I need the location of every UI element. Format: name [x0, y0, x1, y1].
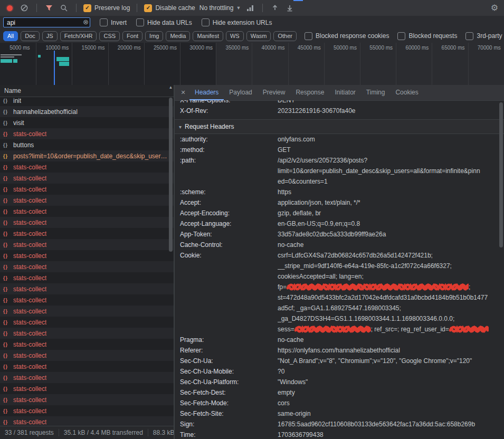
- type-filter-wasm[interactable]: Wasm: [246, 31, 271, 41]
- request-row[interactable]: {}stats-collect: [0, 228, 174, 239]
- type-filter-manifest[interactable]: Manifest: [193, 31, 223, 41]
- export-har-button[interactable]: [284, 3, 295, 13]
- request-row[interactable]: {}stats-collect: [0, 250, 174, 261]
- scroll-up-icon[interactable]: ▲: [168, 85, 174, 90]
- hide-data-urls-checkbox[interactable]: Hide data URLs: [136, 18, 192, 26]
- filter-funnel-icon: [45, 5, 53, 12]
- request-row[interactable]: {}stats-collect: [0, 173, 174, 184]
- type-filter-all[interactable]: All: [3, 31, 18, 41]
- tab-preview[interactable]: Preview: [258, 85, 291, 100]
- request-row[interactable]: {}stats-collect: [0, 272, 174, 283]
- type-filter-css[interactable]: CSS: [99, 31, 120, 41]
- preserve-log-checkbox[interactable]: ✓ Preserve log: [83, 4, 130, 12]
- disable-cache-checkbox[interactable]: ✓ Disable cache: [144, 4, 195, 12]
- request-row[interactable]: {}stats-collect: [0, 261, 174, 272]
- blocked-requests-checkbox[interactable]: Blocked requests: [397, 32, 457, 40]
- request-name: stats-collect: [13, 374, 46, 381]
- request-row[interactable]: {}stats-collect: [0, 339, 174, 350]
- details-scrollbar[interactable]: [498, 100, 504, 439]
- header-value: cors: [278, 398, 504, 408]
- tab-response[interactable]: Response: [290, 85, 329, 100]
- request-name: stats-collect: [13, 352, 46, 359]
- tab-initiator[interactable]: Initiator: [329, 85, 360, 100]
- blocked-response-cookies-checkbox[interactable]: Blocked response cookies: [305, 32, 389, 40]
- type-filter-js[interactable]: JS: [42, 31, 58, 41]
- request-row[interactable]: {}stats-collect: [0, 128, 174, 139]
- redaction-scribble: [287, 283, 469, 291]
- request-row[interactable]: {}stats-collect: [0, 328, 174, 339]
- request-row[interactable]: {}posts?limit=10&order=publish_date_desc…: [0, 150, 174, 161]
- tab-payload[interactable]: Payload: [224, 85, 257, 100]
- import-har-button[interactable]: [270, 3, 280, 13]
- record-button[interactable]: [4, 3, 15, 13]
- scrollbar-thumb[interactable]: [169, 98, 173, 252]
- header-row: Pragma:no-cache: [175, 335, 504, 345]
- request-row[interactable]: {}stats-collect: [0, 361, 174, 372]
- invert-checkbox[interactable]: Invert: [100, 18, 127, 26]
- clear-button[interactable]: [19, 3, 30, 13]
- name-column-header[interactable]: Name: [0, 85, 174, 97]
- request-row[interactable]: {}stats-collect: [0, 416, 174, 426]
- tab-headers[interactable]: Headers: [189, 85, 224, 100]
- request-name: stats-collect: [13, 418, 46, 426]
- header-name: :scheme:: [175, 187, 278, 197]
- settings-button[interactable]: ⚙: [489, 3, 500, 13]
- type-filter-img[interactable]: Img: [145, 31, 163, 41]
- request-row[interactable]: {}stats-collect: [0, 195, 174, 206]
- type-filter-font[interactable]: Font: [122, 31, 142, 41]
- request-row[interactable]: {}stats-collect: [0, 239, 174, 250]
- request-row[interactable]: {}stats-collect: [0, 372, 174, 383]
- request-row[interactable]: {}stats-collect: [0, 206, 174, 217]
- clear-filter-icon[interactable]: ⊗: [83, 18, 89, 26]
- filter-toggle-button[interactable]: [44, 3, 54, 13]
- request-list-scrollbar[interactable]: ▲: [168, 85, 174, 426]
- waterfall-bar: [1, 54, 22, 55]
- scrollbar-thumb[interactable]: [499, 102, 503, 247]
- timeline-overview[interactable]: 5000 ms10000 ms15000 ms20000 ms25000 ms3…: [0, 43, 504, 85]
- request-name: stats-collect: [13, 285, 46, 293]
- upload-icon: [271, 4, 279, 12]
- header-row: Sec-Fetch-Site:same-origin: [175, 408, 504, 419]
- search-icon: [60, 4, 68, 12]
- tab-timing[interactable]: Timing: [361, 85, 391, 100]
- type-filter-fetch-xhr[interactable]: Fetch/XHR: [60, 31, 97, 41]
- request-name: stats-collect: [13, 197, 46, 204]
- fetch-xhr-icon: {}: [3, 364, 11, 369]
- request-row[interactable]: {}stats-collect: [0, 350, 174, 361]
- network-toolbar: ✓ Preserve log ✓ Disable cache No thrott…: [0, 0, 504, 16]
- request-row[interactable]: {}stats-collect: [0, 306, 174, 317]
- type-filter-media[interactable]: Media: [166, 31, 190, 41]
- type-filter-ws[interactable]: WS: [226, 31, 244, 41]
- search-button[interactable]: [59, 3, 69, 13]
- request-name: stats-collect: [13, 241, 46, 249]
- request-headers-section[interactable]: ▾ Request Headers: [175, 119, 504, 134]
- request-row[interactable]: {}stats-collect: [0, 161, 174, 173]
- request-row[interactable]: {}stats-collect: [0, 383, 174, 394]
- request-row[interactable]: {}stats-collect: [0, 217, 174, 228]
- request-row[interactable]: {}buttons: [0, 139, 174, 150]
- request-headers-section-title: Request Headers: [185, 123, 234, 130]
- fetch-xhr-icon: {}: [3, 187, 11, 192]
- network-filter-input[interactable]: [3, 17, 90, 27]
- request-row[interactable]: {}hannahelizabethofficial: [0, 106, 174, 117]
- throttling-select[interactable]: No throttling ▼: [199, 4, 241, 12]
- hide-extension-urls-checkbox[interactable]: Hide extension URLs: [202, 18, 272, 26]
- tab-cookies[interactable]: Cookies: [390, 85, 423, 100]
- request-row[interactable]: {}stats-collect: [0, 283, 174, 294]
- close-details-button[interactable]: ✕: [177, 89, 189, 96]
- header-value: application/json, text/plain, */*: [278, 197, 504, 208]
- third-party-requests-checkbox[interactable]: 3rd-party requests: [465, 32, 504, 40]
- header-row: Referer:https://onlyfans.com/hannaheliza…: [175, 345, 504, 356]
- request-row[interactable]: {}stats-collect: [0, 294, 174, 306]
- request-row[interactable]: {}visit: [0, 117, 174, 128]
- request-row[interactable]: {}stats-collect: [0, 184, 174, 195]
- request-row[interactable]: {}stats-collect: [0, 394, 174, 405]
- header-name: Sec-Ch-Ua-Platform:: [175, 377, 278, 387]
- request-row[interactable]: {}stats-collect: [0, 405, 174, 416]
- header-name: Cookie:: [175, 250, 278, 261]
- request-row[interactable]: {}init: [0, 97, 174, 106]
- network-conditions-button[interactable]: [245, 3, 255, 13]
- request-row[interactable]: {}stats-collect: [0, 317, 174, 328]
- type-filter-other[interactable]: Other: [273, 31, 297, 41]
- type-filter-doc[interactable]: Doc: [21, 31, 40, 41]
